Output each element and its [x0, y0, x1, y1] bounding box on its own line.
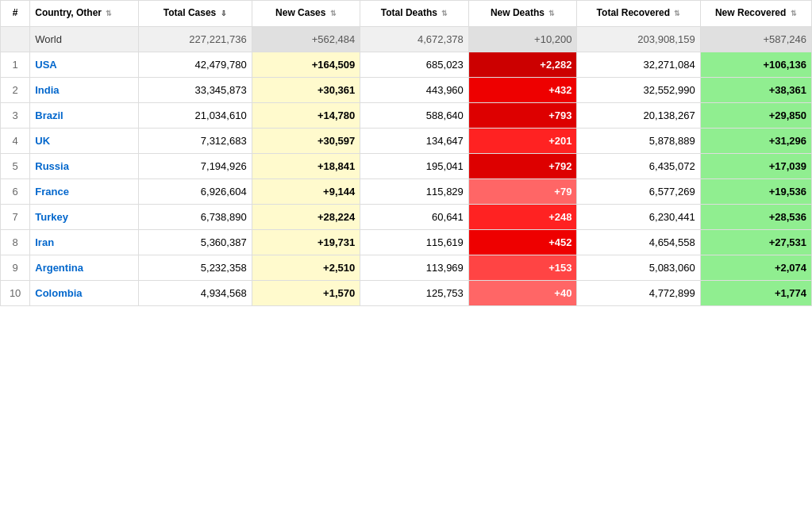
- world-total-deaths: 4,672,378: [360, 26, 469, 52]
- col-new-recovered-sort-icon: ⇅: [791, 10, 797, 19]
- col-country[interactable]: Country, Other ⇅: [30, 1, 139, 27]
- row-rank: 6: [1, 178, 30, 204]
- row-new-recovered: +1,774: [700, 280, 811, 305]
- col-country-label: Country, Other: [35, 7, 102, 18]
- country-link[interactable]: Russia: [35, 160, 69, 172]
- table-row: 1 USA 42,479,780 +164,509 685,023 +2,282…: [1, 52, 812, 77]
- row-country[interactable]: France: [30, 178, 139, 204]
- row-rank: 4: [1, 128, 30, 153]
- row-total-cases: 4,934,568: [138, 280, 252, 305]
- col-total-recovered[interactable]: Total Recovered ⇅: [577, 1, 700, 27]
- row-new-cases: +28,224: [252, 204, 360, 229]
- col-total-deaths-sort-icon: ⇅: [441, 10, 448, 19]
- row-total-recovered: 6,435,072: [577, 153, 700, 178]
- row-total-cases: 7,194,926: [138, 153, 252, 178]
- row-rank: 2: [1, 77, 30, 102]
- row-new-cases: +1,570: [252, 280, 360, 305]
- row-total-recovered: 4,772,899: [577, 280, 700, 305]
- table-row: 6 France 6,926,604 +9,144 115,829 +79 6,…: [1, 178, 812, 204]
- col-new-recovered[interactable]: New Recovered ⇅: [700, 1, 811, 27]
- row-total-recovered: 32,271,084: [577, 52, 700, 77]
- col-new-deaths-sort-icon: ⇅: [548, 10, 555, 19]
- row-total-deaths: 113,969: [360, 255, 469, 280]
- row-new-cases: +30,361: [252, 77, 360, 102]
- col-total-recovered-label: Total Recovered: [597, 7, 670, 18]
- row-country[interactable]: Argentina: [30, 255, 139, 280]
- row-new-deaths: +201: [468, 128, 577, 153]
- col-new-deaths-label: New Deaths: [491, 7, 545, 18]
- world-total-recovered: 203,908,159: [577, 26, 700, 52]
- col-country-sort-icon: ⇅: [106, 10, 112, 19]
- row-rank: 8: [1, 229, 30, 255]
- table-row: 3 Brazil 21,034,610 +14,780 588,640 +793…: [1, 102, 812, 128]
- row-total-deaths: 125,753: [360, 280, 469, 305]
- row-total-cases: 5,360,387: [138, 229, 252, 255]
- country-link[interactable]: Colombia: [35, 287, 82, 299]
- row-country[interactable]: USA: [30, 52, 139, 77]
- country-link[interactable]: UK: [35, 135, 50, 147]
- col-new-deaths[interactable]: New Deaths ⇅: [468, 1, 577, 27]
- row-country[interactable]: Colombia: [30, 280, 139, 305]
- row-new-recovered: +19,536: [700, 178, 811, 204]
- row-new-recovered: +38,361: [700, 77, 811, 102]
- country-link[interactable]: France: [35, 186, 69, 198]
- row-country[interactable]: Brazil: [30, 102, 139, 128]
- row-new-recovered: +17,039: [700, 153, 811, 178]
- col-new-recovered-label: New Recovered: [715, 7, 786, 18]
- row-total-recovered: 6,577,269: [577, 178, 700, 204]
- table-row: 9 Argentina 5,232,358 +2,510 113,969 +15…: [1, 255, 812, 280]
- table-row: 8 Iran 5,360,387 +19,731 115,619 +452 4,…: [1, 229, 812, 255]
- row-new-recovered: +106,136: [700, 52, 811, 77]
- col-new-cases-label: New Cases: [275, 7, 325, 18]
- table-row: 5 Russia 7,194,926 +18,841 195,041 +792 …: [1, 153, 812, 178]
- row-new-recovered: +28,536: [700, 204, 811, 229]
- row-country[interactable]: Turkey: [30, 204, 139, 229]
- row-new-cases: +18,841: [252, 153, 360, 178]
- country-link[interactable]: USA: [35, 59, 56, 71]
- col-total-deaths[interactable]: Total Deaths ⇅: [360, 1, 469, 27]
- row-rank: 10: [1, 280, 30, 305]
- world-country: World: [30, 26, 139, 52]
- row-new-recovered: +31,296: [700, 128, 811, 153]
- row-new-cases: +30,597: [252, 128, 360, 153]
- world-total-cases: 227,221,736: [138, 26, 252, 52]
- row-total-cases: 6,738,890: [138, 204, 252, 229]
- row-country[interactable]: UK: [30, 128, 139, 153]
- row-total-recovered: 6,230,441: [577, 204, 700, 229]
- row-new-deaths: +793: [468, 102, 577, 128]
- row-total-cases: 33,345,873: [138, 77, 252, 102]
- row-total-recovered: 5,878,889: [577, 128, 700, 153]
- row-total-recovered: 4,654,558: [577, 229, 700, 255]
- row-new-deaths: +40: [468, 280, 577, 305]
- row-rank: 1: [1, 52, 30, 77]
- row-total-deaths: 115,619: [360, 229, 469, 255]
- row-total-cases: 5,232,358: [138, 255, 252, 280]
- row-country[interactable]: Iran: [30, 229, 139, 255]
- table-row: 7 Turkey 6,738,890 +28,224 60,641 +248 6…: [1, 204, 812, 229]
- row-total-deaths: 588,640: [360, 102, 469, 128]
- row-new-cases: +9,144: [252, 178, 360, 204]
- row-country[interactable]: India: [30, 77, 139, 102]
- row-new-deaths: +452: [468, 229, 577, 255]
- row-total-deaths: 115,829: [360, 178, 469, 204]
- row-rank: 9: [1, 255, 30, 280]
- col-total-cases[interactable]: Total Cases ⇩: [138, 1, 252, 27]
- row-new-cases: +2,510: [252, 255, 360, 280]
- table-row: 2 India 33,345,873 +30,361 443,960 +432 …: [1, 77, 812, 102]
- row-rank: 3: [1, 102, 30, 128]
- row-total-cases: 7,312,683: [138, 128, 252, 153]
- country-link[interactable]: Argentina: [35, 262, 83, 274]
- country-link[interactable]: Iran: [35, 236, 54, 248]
- world-row: World 227,221,736 +562,484 4,672,378 +10…: [1, 26, 812, 52]
- col-rank-label: #: [13, 7, 18, 18]
- country-link[interactable]: Brazil: [35, 109, 63, 121]
- world-new-recovered: +587,246: [700, 26, 811, 52]
- world-rank: [1, 26, 30, 52]
- country-link[interactable]: India: [35, 84, 59, 96]
- col-rank[interactable]: #: [1, 1, 30, 27]
- row-total-recovered: 20,138,267: [577, 102, 700, 128]
- row-new-cases: +14,780: [252, 102, 360, 128]
- col-new-cases[interactable]: New Cases ⇅: [252, 1, 360, 27]
- country-link[interactable]: Turkey: [35, 211, 68, 223]
- row-country[interactable]: Russia: [30, 153, 139, 178]
